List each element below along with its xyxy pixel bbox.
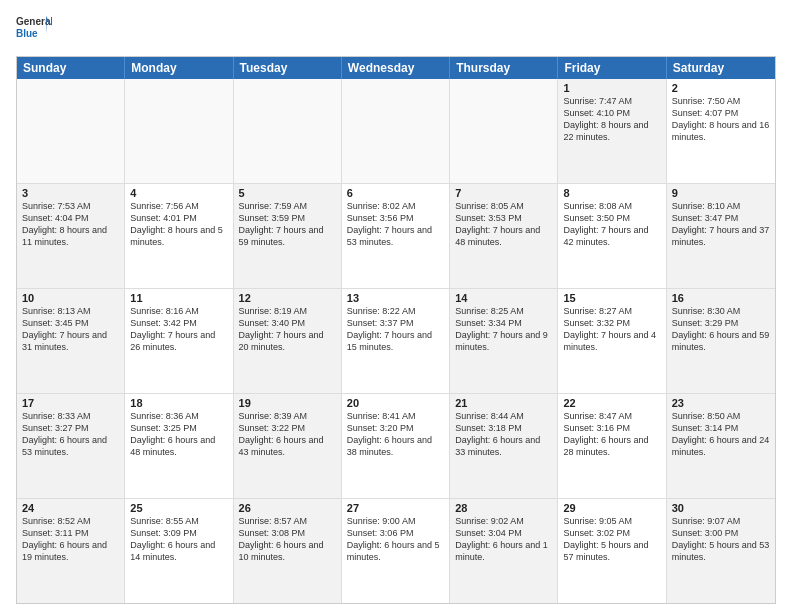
day-number: 3 bbox=[22, 187, 119, 199]
day-number: 6 bbox=[347, 187, 444, 199]
day-number: 29 bbox=[563, 502, 660, 514]
day-info: Sunrise: 7:50 AM Sunset: 4:07 PM Dayligh… bbox=[672, 95, 770, 144]
day-cell-4: 4Sunrise: 7:56 AM Sunset: 4:01 PM Daylig… bbox=[125, 184, 233, 288]
day-info: Sunrise: 8:47 AM Sunset: 3:16 PM Dayligh… bbox=[563, 410, 660, 459]
day-info: Sunrise: 7:53 AM Sunset: 4:04 PM Dayligh… bbox=[22, 200, 119, 249]
day-number: 14 bbox=[455, 292, 552, 304]
day-cell-16: 16Sunrise: 8:30 AM Sunset: 3:29 PM Dayli… bbox=[667, 289, 775, 393]
day-cell-19: 19Sunrise: 8:39 AM Sunset: 3:22 PM Dayli… bbox=[234, 394, 342, 498]
calendar: SundayMondayTuesdayWednesdayThursdayFrid… bbox=[16, 56, 776, 604]
day-cell-6: 6Sunrise: 8:02 AM Sunset: 3:56 PM Daylig… bbox=[342, 184, 450, 288]
day-cell-11: 11Sunrise: 8:16 AM Sunset: 3:42 PM Dayli… bbox=[125, 289, 233, 393]
day-number: 10 bbox=[22, 292, 119, 304]
logo: General Blue bbox=[16, 12, 52, 48]
day-cell-28: 28Sunrise: 9:02 AM Sunset: 3:04 PM Dayli… bbox=[450, 499, 558, 603]
day-cell-8: 8Sunrise: 8:08 AM Sunset: 3:50 PM Daylig… bbox=[558, 184, 666, 288]
day-number: 9 bbox=[672, 187, 770, 199]
day-cell-26: 26Sunrise: 8:57 AM Sunset: 3:08 PM Dayli… bbox=[234, 499, 342, 603]
empty-cell bbox=[17, 79, 125, 183]
day-cell-1: 1Sunrise: 7:47 AM Sunset: 4:10 PM Daylig… bbox=[558, 79, 666, 183]
weekday-header-saturday: Saturday bbox=[667, 57, 775, 79]
calendar-body: 1Sunrise: 7:47 AM Sunset: 4:10 PM Daylig… bbox=[17, 79, 775, 603]
day-info: Sunrise: 8:39 AM Sunset: 3:22 PM Dayligh… bbox=[239, 410, 336, 459]
weekday-header-tuesday: Tuesday bbox=[234, 57, 342, 79]
day-number: 2 bbox=[672, 82, 770, 94]
day-info: Sunrise: 7:59 AM Sunset: 3:59 PM Dayligh… bbox=[239, 200, 336, 249]
day-number: 30 bbox=[672, 502, 770, 514]
day-cell-27: 27Sunrise: 9:00 AM Sunset: 3:06 PM Dayli… bbox=[342, 499, 450, 603]
day-info: Sunrise: 9:05 AM Sunset: 3:02 PM Dayligh… bbox=[563, 515, 660, 564]
day-info: Sunrise: 8:10 AM Sunset: 3:47 PM Dayligh… bbox=[672, 200, 770, 249]
day-info: Sunrise: 8:57 AM Sunset: 3:08 PM Dayligh… bbox=[239, 515, 336, 564]
day-info: Sunrise: 8:02 AM Sunset: 3:56 PM Dayligh… bbox=[347, 200, 444, 249]
logo-icon: General Blue bbox=[16, 12, 52, 48]
day-info: Sunrise: 8:27 AM Sunset: 3:32 PM Dayligh… bbox=[563, 305, 660, 354]
day-cell-17: 17Sunrise: 8:33 AM Sunset: 3:27 PM Dayli… bbox=[17, 394, 125, 498]
day-cell-7: 7Sunrise: 8:05 AM Sunset: 3:53 PM Daylig… bbox=[450, 184, 558, 288]
day-cell-10: 10Sunrise: 8:13 AM Sunset: 3:45 PM Dayli… bbox=[17, 289, 125, 393]
weekday-header-sunday: Sunday bbox=[17, 57, 125, 79]
day-number: 7 bbox=[455, 187, 552, 199]
day-number: 26 bbox=[239, 502, 336, 514]
day-info: Sunrise: 9:02 AM Sunset: 3:04 PM Dayligh… bbox=[455, 515, 552, 564]
calendar-row: 17Sunrise: 8:33 AM Sunset: 3:27 PM Dayli… bbox=[17, 394, 775, 499]
day-number: 21 bbox=[455, 397, 552, 409]
empty-cell bbox=[234, 79, 342, 183]
day-info: Sunrise: 8:08 AM Sunset: 3:50 PM Dayligh… bbox=[563, 200, 660, 249]
day-number: 11 bbox=[130, 292, 227, 304]
day-info: Sunrise: 9:00 AM Sunset: 3:06 PM Dayligh… bbox=[347, 515, 444, 564]
day-cell-12: 12Sunrise: 8:19 AM Sunset: 3:40 PM Dayli… bbox=[234, 289, 342, 393]
weekday-header-friday: Friday bbox=[558, 57, 666, 79]
day-number: 16 bbox=[672, 292, 770, 304]
calendar-row: 24Sunrise: 8:52 AM Sunset: 3:11 PM Dayli… bbox=[17, 499, 775, 603]
calendar-header: SundayMondayTuesdayWednesdayThursdayFrid… bbox=[17, 57, 775, 79]
weekday-header-wednesday: Wednesday bbox=[342, 57, 450, 79]
day-info: Sunrise: 8:30 AM Sunset: 3:29 PM Dayligh… bbox=[672, 305, 770, 354]
day-number: 4 bbox=[130, 187, 227, 199]
page-header: General Blue bbox=[16, 12, 776, 48]
day-cell-29: 29Sunrise: 9:05 AM Sunset: 3:02 PM Dayli… bbox=[558, 499, 666, 603]
day-info: Sunrise: 8:55 AM Sunset: 3:09 PM Dayligh… bbox=[130, 515, 227, 564]
calendar-row: 3Sunrise: 7:53 AM Sunset: 4:04 PM Daylig… bbox=[17, 184, 775, 289]
day-cell-13: 13Sunrise: 8:22 AM Sunset: 3:37 PM Dayli… bbox=[342, 289, 450, 393]
day-number: 23 bbox=[672, 397, 770, 409]
day-number: 19 bbox=[239, 397, 336, 409]
day-number: 20 bbox=[347, 397, 444, 409]
day-cell-23: 23Sunrise: 8:50 AM Sunset: 3:14 PM Dayli… bbox=[667, 394, 775, 498]
day-info: Sunrise: 8:44 AM Sunset: 3:18 PM Dayligh… bbox=[455, 410, 552, 459]
day-info: Sunrise: 7:56 AM Sunset: 4:01 PM Dayligh… bbox=[130, 200, 227, 249]
day-info: Sunrise: 9:07 AM Sunset: 3:00 PM Dayligh… bbox=[672, 515, 770, 564]
empty-cell bbox=[450, 79, 558, 183]
day-number: 24 bbox=[22, 502, 119, 514]
day-info: Sunrise: 8:19 AM Sunset: 3:40 PM Dayligh… bbox=[239, 305, 336, 354]
day-info: Sunrise: 8:36 AM Sunset: 3:25 PM Dayligh… bbox=[130, 410, 227, 459]
day-info: Sunrise: 8:50 AM Sunset: 3:14 PM Dayligh… bbox=[672, 410, 770, 459]
day-number: 8 bbox=[563, 187, 660, 199]
day-info: Sunrise: 8:05 AM Sunset: 3:53 PM Dayligh… bbox=[455, 200, 552, 249]
day-info: Sunrise: 8:52 AM Sunset: 3:11 PM Dayligh… bbox=[22, 515, 119, 564]
empty-cell bbox=[342, 79, 450, 183]
day-info: Sunrise: 8:41 AM Sunset: 3:20 PM Dayligh… bbox=[347, 410, 444, 459]
day-cell-14: 14Sunrise: 8:25 AM Sunset: 3:34 PM Dayli… bbox=[450, 289, 558, 393]
day-number: 25 bbox=[130, 502, 227, 514]
day-number: 5 bbox=[239, 187, 336, 199]
empty-cell bbox=[125, 79, 233, 183]
calendar-row: 10Sunrise: 8:13 AM Sunset: 3:45 PM Dayli… bbox=[17, 289, 775, 394]
svg-text:Blue: Blue bbox=[16, 28, 38, 39]
calendar-row: 1Sunrise: 7:47 AM Sunset: 4:10 PM Daylig… bbox=[17, 79, 775, 184]
day-number: 15 bbox=[563, 292, 660, 304]
day-number: 22 bbox=[563, 397, 660, 409]
weekday-header-thursday: Thursday bbox=[450, 57, 558, 79]
day-info: Sunrise: 8:33 AM Sunset: 3:27 PM Dayligh… bbox=[22, 410, 119, 459]
day-cell-2: 2Sunrise: 7:50 AM Sunset: 4:07 PM Daylig… bbox=[667, 79, 775, 183]
day-number: 27 bbox=[347, 502, 444, 514]
day-cell-9: 9Sunrise: 8:10 AM Sunset: 3:47 PM Daylig… bbox=[667, 184, 775, 288]
day-cell-20: 20Sunrise: 8:41 AM Sunset: 3:20 PM Dayli… bbox=[342, 394, 450, 498]
day-number: 28 bbox=[455, 502, 552, 514]
day-number: 1 bbox=[563, 82, 660, 94]
day-number: 13 bbox=[347, 292, 444, 304]
day-cell-21: 21Sunrise: 8:44 AM Sunset: 3:18 PM Dayli… bbox=[450, 394, 558, 498]
day-cell-15: 15Sunrise: 8:27 AM Sunset: 3:32 PM Dayli… bbox=[558, 289, 666, 393]
weekday-header-monday: Monday bbox=[125, 57, 233, 79]
day-info: Sunrise: 8:16 AM Sunset: 3:42 PM Dayligh… bbox=[130, 305, 227, 354]
